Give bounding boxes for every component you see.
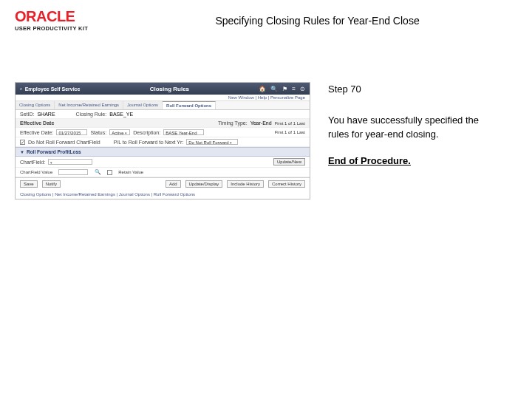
retain-checkbox[interactable] [107,170,112,175]
menu-icon[interactable]: ≡ [292,86,296,92]
step-number: Step 70 [328,82,517,97]
add-button[interactable]: Add [166,180,181,188]
app-topbar: ‹ Employee Self Service Closing Rules 🏠 … [16,83,310,95]
cfval-input[interactable] [58,169,88,175]
pager-1[interactable]: First 1 of 1 Last [275,121,305,126]
status-select[interactable]: Active [109,129,130,135]
timing-value: Year-End [250,120,272,126]
no-roll-label: Do Not Roll Forward ChartField [28,140,100,145]
topbar-left-title: Employee Self Service [25,86,81,92]
pl-label: P/L to Roll Forward to Next Yr: [114,140,184,145]
desc-input[interactable]: BASE Year-End [163,129,204,135]
brand-block: ORACLE USER PRODUCTIVITY KIT [15,9,88,32]
app-subbar-links[interactable]: New Window | Help | Personalize Page [16,95,310,101]
rule-value: BASE_YE [109,112,133,117]
cf-label: ChartField: [20,160,45,165]
pl-select[interactable]: Do Not Roll Forward [186,139,238,145]
page-title: Specifying Closing Rules for Year-End Cl… [117,9,517,27]
product-name: USER PRODUCTIVITY KIT [15,25,88,32]
effdate-header: Effective Date [20,120,54,126]
row-effdate-header: Effective Date Timing Type: Year-End Fir… [16,119,310,128]
topbar-center-title: Closing Rules [80,86,259,92]
tab-net-income[interactable]: Net Income/Retained Earnings [55,101,123,109]
update-display-button[interactable]: Update/Display [185,180,223,188]
date-input[interactable]: 01/27/2015 [56,129,87,135]
step-description: You have successfully specified the rule… [328,113,498,142]
signout-icon[interactable]: ⊙ [300,86,305,92]
retain-label: Retain Value [118,170,143,174]
status-label: Status: [90,130,106,135]
include-history-button[interactable]: Include History [227,180,264,188]
tab-roll-forward[interactable]: Roll Forward Options [163,101,216,109]
desc-label: Description: [133,130,160,135]
end-of-procedure: End of Procedure. [328,154,517,168]
row-setid: SetID: SHARE Closing Rule: BASE_YE [16,110,310,119]
correct-history-button[interactable]: Correct History [268,180,305,188]
section-title: Roll Forward ProfitLoss [27,149,81,154]
pager-2[interactable]: First 1 of 1 Last [275,130,305,134]
collapse-icon[interactable]: ▼ [20,150,24,154]
cf-select[interactable] [48,159,92,165]
cfval-label: ChartField Value [20,170,52,174]
home-icon[interactable]: 🏠 [259,86,266,92]
section-rollforward[interactable]: ▼ Roll Forward ProfitLoss [16,147,310,157]
flag-icon[interactable]: ⚑ [282,86,287,92]
setid-value: SHARE [37,112,55,117]
timing-label: Timing Type: [218,120,248,126]
tab-row: Closing Options Net Income/Retained Earn… [16,101,310,110]
search-icon[interactable]: 🔍 [270,86,278,92]
save-button[interactable]: Save [20,180,38,188]
instruction-panel: Step 70 You have successfully specified … [328,82,517,200]
oracle-logo: ORACLE [15,9,75,24]
embedded-screenshot: ‹ Employee Self Service Closing Rules 🏠 … [15,82,310,200]
footer-bar: Save Notify Add Update/Display Include H… [16,177,310,190]
tab-journal-options[interactable]: Journal Options [123,101,163,109]
app-window: ‹ Employee Self Service Closing Rules 🏠 … [15,82,310,200]
rule-label: Closing Rule: [76,112,107,117]
date-label: Effective Date: [20,130,53,135]
update-new-button[interactable]: Update/New [273,158,305,166]
lookup-icon[interactable]: 🔍 [95,169,101,175]
setid-label: SetID: [20,112,34,117]
tab-closing-options[interactable]: Closing Options [16,101,55,109]
no-roll-checkbox[interactable]: ✓ [20,140,25,145]
page-header: ORACLE USER PRODUCTIVITY KIT Specifying … [0,0,532,38]
back-icon[interactable]: ‹ [20,86,22,92]
notify-button[interactable]: Notify [42,180,61,188]
row-effdate: Effective Date: 01/27/2015 Status: Activ… [16,128,310,137]
row-chartfield: ChartField: Update/New [16,157,310,168]
breadcrumb[interactable]: Closing Options | Net Income/Retained Ea… [16,190,310,199]
row-cf-value: ChartField Value 🔍 Retain Value [16,168,310,177]
row-rollfwd-opts: ✓ Do Not Roll Forward ChartField P/L to … [16,137,310,147]
